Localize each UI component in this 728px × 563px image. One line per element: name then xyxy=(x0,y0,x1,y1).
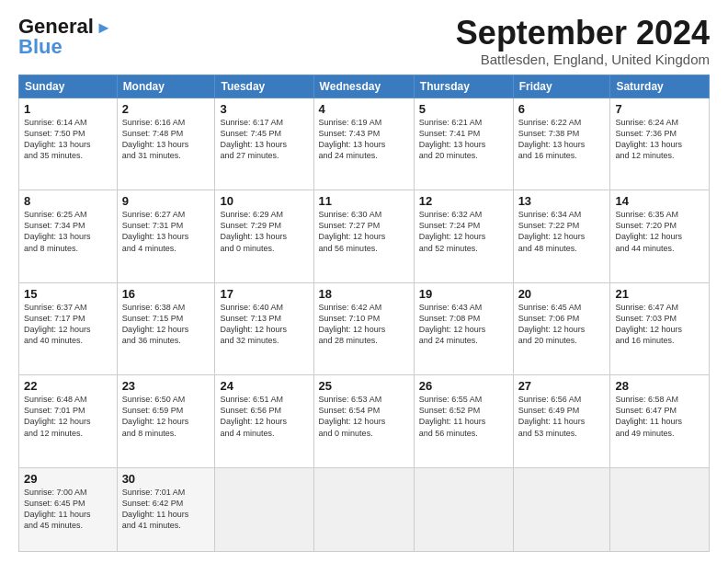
day-info: Sunrise: 6:38 AM Sunset: 7:15 PM Dayligh… xyxy=(122,302,210,347)
calendar-cell: 17Sunrise: 6:40 AM Sunset: 7:13 PM Dayli… xyxy=(215,282,313,375)
calendar-cell: 14Sunrise: 6:35 AM Sunset: 7:20 PM Dayli… xyxy=(610,190,710,283)
day-info: Sunrise: 6:42 AM Sunset: 7:10 PM Dayligh… xyxy=(319,302,409,347)
day-info: Sunrise: 6:58 AM Sunset: 6:47 PM Dayligh… xyxy=(615,394,704,439)
calendar-cell: 22Sunrise: 6:48 AM Sunset: 7:01 PM Dayli… xyxy=(19,375,118,468)
day-info: Sunrise: 6:47 AM Sunset: 7:03 PM Dayligh… xyxy=(615,302,704,347)
title-block: September 2024 Battlesden, England, Unit… xyxy=(456,15,710,67)
calendar-cell: 21Sunrise: 6:47 AM Sunset: 7:03 PM Dayli… xyxy=(610,282,710,375)
day-info: Sunrise: 7:01 AM Sunset: 6:42 PM Dayligh… xyxy=(122,487,210,532)
calendar-cell xyxy=(513,467,610,551)
day-info: Sunrise: 6:40 AM Sunset: 7:13 PM Dayligh… xyxy=(220,302,308,347)
calendar-cell: 4Sunrise: 6:19 AM Sunset: 7:43 PM Daylig… xyxy=(313,98,414,190)
day-number: 14 xyxy=(615,194,704,208)
calendar-header-row: SundayMondayTuesdayWednesdayThursdayFrid… xyxy=(19,75,710,98)
day-info: Sunrise: 6:43 AM Sunset: 7:08 PM Dayligh… xyxy=(419,302,508,347)
day-info: Sunrise: 6:25 AM Sunset: 7:34 PM Dayligh… xyxy=(24,209,112,254)
calendar-cell xyxy=(610,467,710,551)
calendar-cell: 6Sunrise: 6:22 AM Sunset: 7:38 PM Daylig… xyxy=(513,98,610,190)
day-info: Sunrise: 6:34 AM Sunset: 7:22 PM Dayligh… xyxy=(518,209,606,254)
day-info: Sunrise: 6:55 AM Sunset: 6:52 PM Dayligh… xyxy=(419,394,508,439)
day-info: Sunrise: 6:21 AM Sunset: 7:41 PM Dayligh… xyxy=(419,117,508,162)
day-info: Sunrise: 6:51 AM Sunset: 6:56 PM Dayligh… xyxy=(220,394,308,439)
calendar-cell xyxy=(215,467,313,551)
calendar-cell: 8Sunrise: 6:25 AM Sunset: 7:34 PM Daylig… xyxy=(19,190,118,283)
weekday-header-tuesday: Tuesday xyxy=(215,75,313,98)
weekday-header-thursday: Thursday xyxy=(414,75,513,98)
weekday-header-friday: Friday xyxy=(513,75,610,98)
calendar-cell: 16Sunrise: 6:38 AM Sunset: 7:15 PM Dayli… xyxy=(117,282,215,375)
logo-blue: Blue xyxy=(18,35,63,59)
day-number: 19 xyxy=(419,287,508,301)
calendar-table: SundayMondayTuesdayWednesdayThursdayFrid… xyxy=(18,75,710,552)
day-number: 30 xyxy=(122,472,210,486)
day-number: 22 xyxy=(24,379,112,393)
day-number: 3 xyxy=(220,102,308,116)
header: General► Blue September 2024 Battlesden,… xyxy=(18,15,710,67)
day-number: 5 xyxy=(419,102,508,116)
day-number: 28 xyxy=(615,379,704,393)
calendar-cell: 19Sunrise: 6:43 AM Sunset: 7:08 PM Dayli… xyxy=(414,282,513,375)
day-number: 17 xyxy=(220,287,308,301)
day-info: Sunrise: 6:17 AM Sunset: 7:45 PM Dayligh… xyxy=(220,117,308,162)
day-number: 24 xyxy=(220,379,308,393)
day-number: 2 xyxy=(122,102,210,116)
day-info: Sunrise: 6:16 AM Sunset: 7:48 PM Dayligh… xyxy=(122,117,210,162)
day-number: 16 xyxy=(122,287,210,301)
day-number: 8 xyxy=(24,194,112,208)
day-number: 13 xyxy=(518,194,606,208)
page: General► Blue September 2024 Battlesden,… xyxy=(0,0,728,563)
week-row-2: 8Sunrise: 6:25 AM Sunset: 7:34 PM Daylig… xyxy=(19,190,710,283)
logo: General► Blue xyxy=(18,15,112,59)
calendar-cell: 10Sunrise: 6:29 AM Sunset: 7:29 PM Dayli… xyxy=(215,190,313,283)
calendar-cell: 18Sunrise: 6:42 AM Sunset: 7:10 PM Dayli… xyxy=(313,282,414,375)
day-number: 29 xyxy=(24,472,112,486)
day-number: 15 xyxy=(24,287,112,301)
calendar-cell: 12Sunrise: 6:32 AM Sunset: 7:24 PM Dayli… xyxy=(414,190,513,283)
calendar-cell: 15Sunrise: 6:37 AM Sunset: 7:17 PM Dayli… xyxy=(19,282,118,375)
calendar-cell xyxy=(414,467,513,551)
week-row-1: 1Sunrise: 6:14 AM Sunset: 7:50 PM Daylig… xyxy=(19,98,710,190)
calendar-cell: 9Sunrise: 6:27 AM Sunset: 7:31 PM Daylig… xyxy=(117,190,215,283)
calendar-body: 1Sunrise: 6:14 AM Sunset: 7:50 PM Daylig… xyxy=(19,98,710,551)
day-number: 11 xyxy=(319,194,409,208)
day-number: 9 xyxy=(122,194,210,208)
day-number: 25 xyxy=(319,379,409,393)
day-number: 23 xyxy=(122,379,210,393)
calendar-cell: 29Sunrise: 7:00 AM Sunset: 6:45 PM Dayli… xyxy=(19,467,118,551)
day-number: 7 xyxy=(615,102,704,116)
day-info: Sunrise: 6:56 AM Sunset: 6:49 PM Dayligh… xyxy=(518,394,606,439)
day-number: 6 xyxy=(518,102,606,116)
day-info: Sunrise: 6:48 AM Sunset: 7:01 PM Dayligh… xyxy=(24,394,112,439)
weekday-header-saturday: Saturday xyxy=(610,75,710,98)
day-info: Sunrise: 6:35 AM Sunset: 7:20 PM Dayligh… xyxy=(615,209,704,254)
calendar-cell: 2Sunrise: 6:16 AM Sunset: 7:48 PM Daylig… xyxy=(117,98,215,190)
calendar-cell: 20Sunrise: 6:45 AM Sunset: 7:06 PM Dayli… xyxy=(513,282,610,375)
day-number: 21 xyxy=(615,287,704,301)
calendar-cell: 7Sunrise: 6:24 AM Sunset: 7:36 PM Daylig… xyxy=(610,98,710,190)
weekday-header-wednesday: Wednesday xyxy=(313,75,414,98)
day-info: Sunrise: 6:45 AM Sunset: 7:06 PM Dayligh… xyxy=(518,302,606,347)
day-number: 27 xyxy=(518,379,606,393)
calendar-cell: 27Sunrise: 6:56 AM Sunset: 6:49 PM Dayli… xyxy=(513,375,610,468)
day-info: Sunrise: 6:14 AM Sunset: 7:50 PM Dayligh… xyxy=(24,117,112,162)
day-number: 4 xyxy=(319,102,409,116)
calendar-cell: 24Sunrise: 6:51 AM Sunset: 6:56 PM Dayli… xyxy=(215,375,313,468)
day-number: 26 xyxy=(419,379,508,393)
day-info: Sunrise: 6:37 AM Sunset: 7:17 PM Dayligh… xyxy=(24,302,112,347)
day-info: Sunrise: 6:19 AM Sunset: 7:43 PM Dayligh… xyxy=(319,117,409,162)
calendar-cell xyxy=(313,467,414,551)
day-info: Sunrise: 6:24 AM Sunset: 7:36 PM Dayligh… xyxy=(615,117,704,162)
day-info: Sunrise: 6:27 AM Sunset: 7:31 PM Dayligh… xyxy=(122,209,210,254)
calendar-cell: 30Sunrise: 7:01 AM Sunset: 6:42 PM Dayli… xyxy=(117,467,215,551)
week-row-5: 29Sunrise: 7:00 AM Sunset: 6:45 PM Dayli… xyxy=(19,467,710,551)
calendar-cell: 28Sunrise: 6:58 AM Sunset: 6:47 PM Dayli… xyxy=(610,375,710,468)
day-info: Sunrise: 6:32 AM Sunset: 7:24 PM Dayligh… xyxy=(419,209,508,254)
day-info: Sunrise: 6:50 AM Sunset: 6:59 PM Dayligh… xyxy=(122,394,210,439)
day-number: 12 xyxy=(419,194,508,208)
day-info: Sunrise: 6:22 AM Sunset: 7:38 PM Dayligh… xyxy=(518,117,606,162)
day-info: Sunrise: 6:30 AM Sunset: 7:27 PM Dayligh… xyxy=(319,209,409,254)
calendar-cell: 1Sunrise: 6:14 AM Sunset: 7:50 PM Daylig… xyxy=(19,98,118,190)
day-number: 10 xyxy=(220,194,308,208)
week-row-4: 22Sunrise: 6:48 AM Sunset: 7:01 PM Dayli… xyxy=(19,375,710,468)
calendar-cell: 26Sunrise: 6:55 AM Sunset: 6:52 PM Dayli… xyxy=(414,375,513,468)
